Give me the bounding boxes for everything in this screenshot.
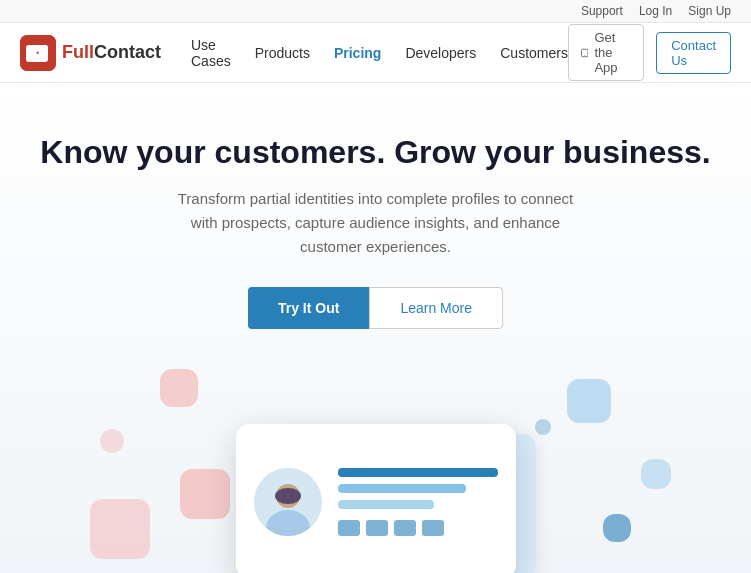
card-main: [236, 424, 516, 573]
hero-heading: Know your customers. Grow your business.: [20, 133, 731, 171]
logo-svg: [20, 35, 56, 71]
navbar: FullContact Use Cases Products Pricing D…: [0, 23, 751, 83]
get-app-button[interactable]: Get the App: [568, 24, 644, 81]
line-1: [338, 468, 498, 477]
svg-rect-3: [39, 48, 46, 50]
deco-sq-7: [603, 514, 631, 542]
try-it-out-button[interactable]: Try It Out: [248, 287, 369, 329]
hero-illustration: [20, 359, 731, 573]
svg-rect-1: [26, 45, 48, 62]
nav-links: Use Cases Products Pricing Developers Cu…: [191, 33, 568, 73]
nav-use-cases[interactable]: Use Cases: [191, 33, 231, 73]
svg-rect-0: [20, 35, 56, 71]
hero-section: Know your customers. Grow your business.…: [0, 83, 751, 573]
hero-buttons: Try It Out Learn More: [20, 287, 731, 329]
logo-text: FullContact: [62, 42, 161, 63]
svg-point-6: [584, 55, 585, 56]
sq-d: [422, 520, 444, 536]
avatar: [254, 468, 322, 536]
sq-c: [394, 520, 416, 536]
deco-sq-2: [100, 429, 124, 453]
support-link[interactable]: Support: [581, 4, 623, 18]
logo[interactable]: FullContact: [20, 35, 161, 71]
mobile-icon: [581, 45, 589, 61]
hero-subtext: Transform partial identities into comple…: [166, 187, 586, 259]
deco-sq-8: [535, 419, 551, 435]
svg-rect-4: [39, 52, 44, 54]
nav-customers[interactable]: Customers: [500, 41, 568, 65]
avatar-svg: [254, 468, 322, 536]
logo-icon: [20, 35, 56, 71]
learn-more-button[interactable]: Learn More: [369, 287, 503, 329]
nav-developers[interactable]: Developers: [405, 41, 476, 65]
nav-products[interactable]: Products: [255, 41, 310, 65]
nav-right: Get the App Contact Us: [568, 24, 731, 81]
deco-sq-4: [90, 499, 150, 559]
sq-a: [338, 520, 360, 536]
top-bar: Support Log In Sign Up: [0, 0, 751, 23]
svg-point-9: [275, 488, 301, 504]
login-link[interactable]: Log In: [639, 4, 672, 18]
signup-link[interactable]: Sign Up: [688, 4, 731, 18]
svg-point-2: [29, 47, 37, 55]
nav-pricing[interactable]: Pricing: [334, 41, 381, 65]
line-2: [338, 484, 466, 493]
deco-sq-3: [180, 469, 230, 519]
deco-sq-1: [160, 369, 198, 407]
deco-sq-6: [641, 459, 671, 489]
sq-b: [366, 520, 388, 536]
contact-button[interactable]: Contact Us: [656, 32, 731, 74]
card-content: [338, 468, 498, 536]
line-3: [338, 500, 434, 509]
card-squares-row: [338, 520, 498, 536]
deco-sq-5: [567, 379, 611, 423]
